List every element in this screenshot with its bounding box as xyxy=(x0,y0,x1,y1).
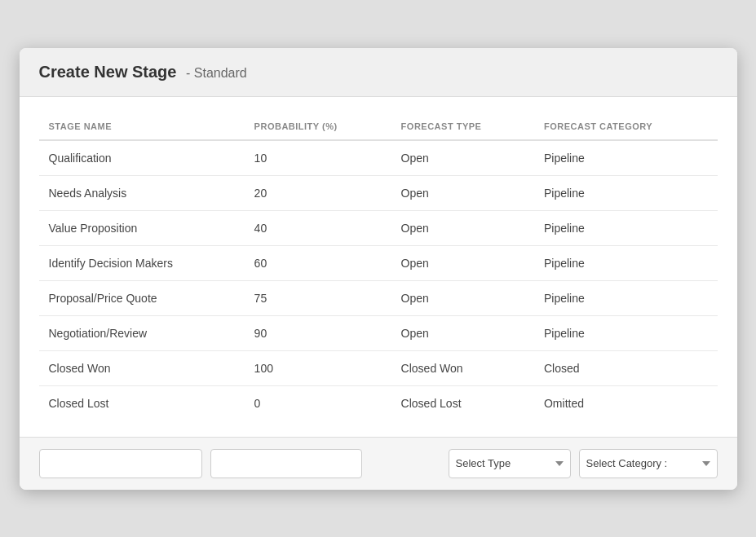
table-row: Closed Won100Closed WonClosed xyxy=(39,350,718,385)
cell-forecast-category: Pipeline xyxy=(534,175,718,210)
modal-title-text: Create New Stage xyxy=(39,63,177,81)
cell-probability: 100 xyxy=(245,350,391,385)
cell-forecast-category: Pipeline xyxy=(534,245,718,280)
table-row: Proposal/Price Quote75OpenPipeline xyxy=(39,280,718,315)
cell-probability: 10 xyxy=(245,140,391,176)
cell-stage-name: Closed Won xyxy=(39,350,245,385)
cell-stage-name: Closed Lost xyxy=(39,385,245,420)
table-row: Closed Lost0Closed LostOmitted xyxy=(39,385,718,420)
cell-forecast-category: Pipeline xyxy=(534,210,718,245)
modal-title: Create New Stage - Standard xyxy=(39,63,247,81)
cell-probability: 75 xyxy=(245,280,391,315)
table-header-row: STAGE NAME PROBABILITY (%) FORECAST TYPE… xyxy=(39,113,718,140)
col-header-stage-name: STAGE NAME xyxy=(39,113,245,140)
new-stage-probability-input[interactable] xyxy=(210,449,362,478)
modal-body: STAGE NAME PROBABILITY (%) FORECAST TYPE… xyxy=(20,97,737,437)
cell-probability: 40 xyxy=(245,210,391,245)
modal-header: Create New Stage - Standard xyxy=(20,48,737,97)
select-type-dropdown[interactable]: Select Type Open Closed Won Closed Lost xyxy=(449,449,571,478)
cell-stage-name: Negotiation/Review xyxy=(39,315,245,350)
cell-probability: 60 xyxy=(245,245,391,280)
table-row: Identify Decision Makers60OpenPipeline xyxy=(39,245,718,280)
select-category-dropdown[interactable]: Select Category : Pipeline Closed Omitte… xyxy=(579,449,718,478)
col-header-probability: PROBABILITY (%) xyxy=(245,113,391,140)
modal-subtitle: - Standard xyxy=(186,66,247,80)
cell-stage-name: Proposal/Price Quote xyxy=(39,280,245,315)
cell-stage-name: Needs Analysis xyxy=(39,175,245,210)
table-row: Negotiation/Review90OpenPipeline xyxy=(39,315,718,350)
cell-forecast-type: Closed Won xyxy=(391,350,534,385)
cell-forecast-type: Open xyxy=(391,175,534,210)
cell-forecast-type: Open xyxy=(391,245,534,280)
new-stage-name-input[interactable] xyxy=(39,449,202,478)
cell-forecast-category: Pipeline xyxy=(534,315,718,350)
cell-probability: 90 xyxy=(245,315,391,350)
cell-stage-name: Value Proposition xyxy=(39,210,245,245)
stages-table: STAGE NAME PROBABILITY (%) FORECAST TYPE… xyxy=(39,113,718,420)
cell-forecast-category: Pipeline xyxy=(534,280,718,315)
modal-footer: Select Type Open Closed Won Closed Lost … xyxy=(20,437,737,490)
table-row: Needs Analysis20OpenPipeline xyxy=(39,175,718,210)
cell-probability: 0 xyxy=(245,385,391,420)
cell-stage-name: Identify Decision Makers xyxy=(39,245,245,280)
cell-forecast-type: Open xyxy=(391,140,534,176)
table-row: Qualification10OpenPipeline xyxy=(39,140,718,176)
cell-forecast-type: Open xyxy=(391,210,534,245)
cell-forecast-type: Closed Lost xyxy=(391,385,534,420)
cell-forecast-category: Closed xyxy=(534,350,718,385)
cell-forecast-type: Open xyxy=(391,280,534,315)
cell-forecast-type: Open xyxy=(391,315,534,350)
cell-probability: 20 xyxy=(245,175,391,210)
cell-stage-name: Qualification xyxy=(39,140,245,176)
table-wrapper: STAGE NAME PROBABILITY (%) FORECAST TYPE… xyxy=(39,113,718,420)
table-row: Value Proposition40OpenPipeline xyxy=(39,210,718,245)
col-header-forecast-category: FORECAST CATEGORY xyxy=(534,113,718,140)
cell-forecast-category: Pipeline xyxy=(534,140,718,176)
col-header-forecast-type: FORECAST TYPE xyxy=(391,113,534,140)
modal-container: Create New Stage - Standard STAGE NAME P… xyxy=(20,48,737,490)
cell-forecast-category: Omitted xyxy=(534,385,718,420)
